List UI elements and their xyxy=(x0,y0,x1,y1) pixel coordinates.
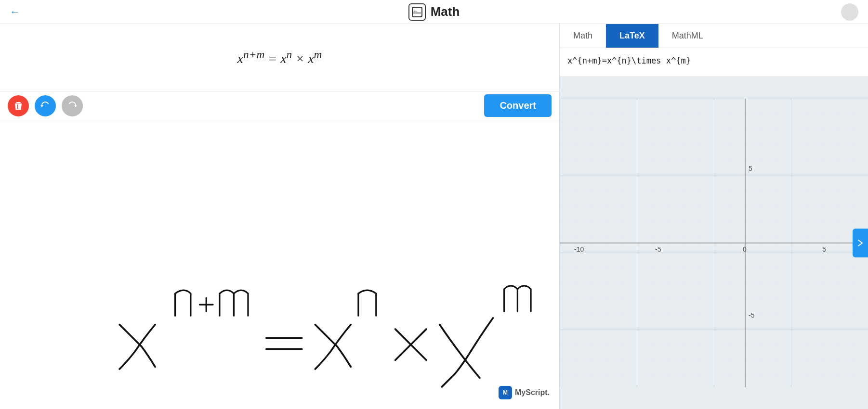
canvas-area: xn+m = xn × xm Convert xyxy=(0,24,560,409)
svg-text:-10: -10 xyxy=(574,245,584,253)
tabs-row: Math LaTeX MathML xyxy=(560,24,868,48)
svg-text:-5: -5 xyxy=(655,245,661,253)
tab-latex[interactable]: LaTeX xyxy=(606,24,658,48)
back-button[interactable]: ← xyxy=(10,6,20,18)
edge-panel-button[interactable] xyxy=(853,229,868,257)
svg-text:5: 5 xyxy=(822,245,826,253)
latex-output: x^{n+m}=x^{n}\times x^{m} xyxy=(560,48,868,77)
right-panel: Math LaTeX MathML x^{n+m}=x^{n}\times x^… xyxy=(560,24,868,409)
redo-button[interactable] xyxy=(62,95,83,116)
myscript-logo: M MyScript. xyxy=(499,386,550,399)
delete-button[interactable] xyxy=(8,95,29,116)
page-title: Math xyxy=(431,4,460,19)
myscript-text: MyScript. xyxy=(515,388,550,397)
title-group: ×÷ Math xyxy=(408,3,460,21)
header: ← ×÷ Math xyxy=(0,0,868,24)
result-row: xn+m = xn × xm xyxy=(0,24,559,91)
convert-button[interactable]: Convert xyxy=(484,94,552,117)
toolbar: Convert xyxy=(0,91,559,120)
avatar[interactable] xyxy=(841,3,858,21)
myscript-icon: M xyxy=(499,386,512,399)
tab-math[interactable]: Math xyxy=(560,24,606,48)
svg-text:0: 0 xyxy=(743,245,747,253)
svg-text:×÷: ×÷ xyxy=(413,10,417,13)
app-icon: ×÷ xyxy=(408,3,426,21)
tab-mathml[interactable]: MathML xyxy=(658,24,717,48)
graph-area: -10 -5 0 5 5 -5 xyxy=(560,77,868,409)
main-layout: xn+m = xn × xm Convert xyxy=(0,24,868,409)
handwriting-canvas[interactable]: M MyScript. xyxy=(0,120,559,409)
svg-text:5: 5 xyxy=(749,165,752,172)
typeset-result: xn+m = xn × xm xyxy=(237,48,322,66)
undo-button[interactable] xyxy=(35,95,56,116)
svg-text:-5: -5 xyxy=(749,311,755,319)
